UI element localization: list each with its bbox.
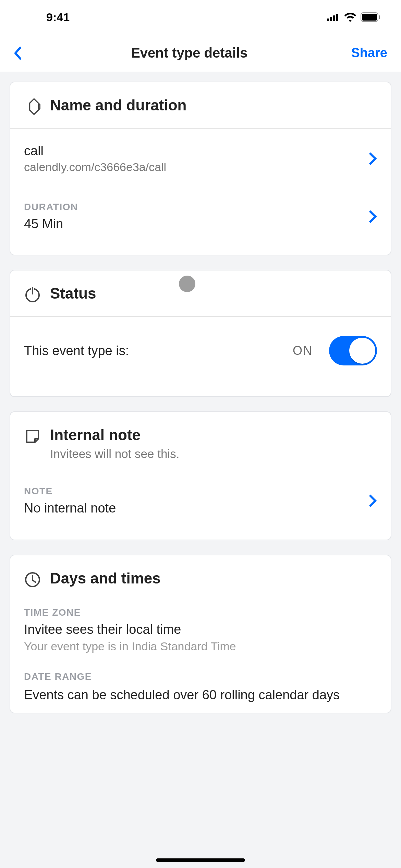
internal-note-card: Internal note Invitees will not see this… — [10, 411, 391, 540]
status-icons — [327, 12, 380, 22]
date-range-label: DATE RANGE — [24, 671, 377, 682]
chevron-right-icon — [364, 153, 377, 165]
tag-icon — [24, 98, 41, 115]
note-row[interactable]: NOTE No internal note — [10, 474, 391, 540]
timezone-row[interactable]: TIME ZONE Invitee sees their local time … — [10, 598, 391, 662]
note-value: No internal note — [24, 501, 359, 516]
cellular-icon — [327, 13, 340, 21]
svg-rect-2 — [333, 15, 335, 21]
home-indicator[interactable] — [156, 858, 245, 862]
name-duration-header: Name and duration — [10, 82, 391, 129]
date-range-value: Events can be scheduled over 60 rolling … — [24, 686, 377, 704]
event-color-dot — [179, 276, 195, 292]
internal-note-sub: Invitees will not see this. — [50, 447, 179, 461]
note-icon — [24, 428, 41, 445]
timezone-sub: Your event type is in India Standard Tim… — [24, 640, 377, 653]
chevron-right-icon — [364, 494, 377, 507]
chevron-left-icon — [14, 47, 21, 60]
date-range-row[interactable]: DATE RANGE Events can be scheduled over … — [10, 662, 391, 713]
svg-rect-3 — [336, 14, 338, 21]
battery-icon — [361, 12, 380, 22]
status-prompt: This event type is: — [24, 343, 293, 358]
status-bar: 9:41 — [0, 0, 401, 34]
nav-bar: Event type details Share — [0, 34, 401, 72]
duration-value: 45 Min — [24, 217, 359, 231]
wifi-icon — [344, 13, 356, 22]
clock-icon — [24, 571, 41, 588]
chevron-right-icon — [364, 210, 377, 223]
status-time: 9:41 — [46, 11, 70, 24]
status-card: Status This event type is: ON — [10, 270, 391, 397]
duration-label: DURATION — [24, 202, 359, 213]
toggle-knob — [349, 338, 375, 364]
timezone-label: TIME ZONE — [24, 607, 377, 618]
power-icon — [24, 286, 41, 303]
name-duration-card: Name and duration call calendly.com/c366… — [10, 82, 391, 255]
svg-rect-1 — [330, 17, 332, 21]
status-state: ON — [293, 343, 313, 358]
status-header: Status — [10, 270, 391, 317]
internal-note-title: Internal note — [50, 426, 179, 444]
duration-row[interactable]: DURATION 45 Min — [10, 189, 391, 255]
status-toggle[interactable] — [329, 336, 377, 365]
svg-rect-0 — [327, 19, 329, 21]
back-button[interactable] — [14, 47, 27, 60]
status-toggle-row: This event type is: ON — [10, 317, 391, 396]
internal-note-header: Internal note Invitees will not see this… — [10, 412, 391, 474]
name-duration-title: Name and duration — [50, 97, 187, 114]
share-button[interactable]: Share — [351, 46, 387, 60]
days-times-title: Days and times — [50, 570, 161, 587]
event-name-row[interactable]: call calendly.com/c3666e3a/call — [10, 129, 391, 189]
days-times-card: Days and times TIME ZONE Invitee sees th… — [10, 555, 391, 713]
days-times-header: Days and times — [10, 555, 391, 598]
event-url: calendly.com/c3666e3a/call — [24, 160, 359, 174]
page-title: Event type details — [27, 45, 351, 61]
timezone-value: Invitee sees their local time — [24, 622, 377, 637]
event-name: call — [24, 144, 359, 158]
note-label: NOTE — [24, 486, 359, 497]
svg-rect-5 — [362, 14, 377, 21]
svg-rect-6 — [379, 15, 380, 19]
status-title: Status — [50, 285, 96, 302]
